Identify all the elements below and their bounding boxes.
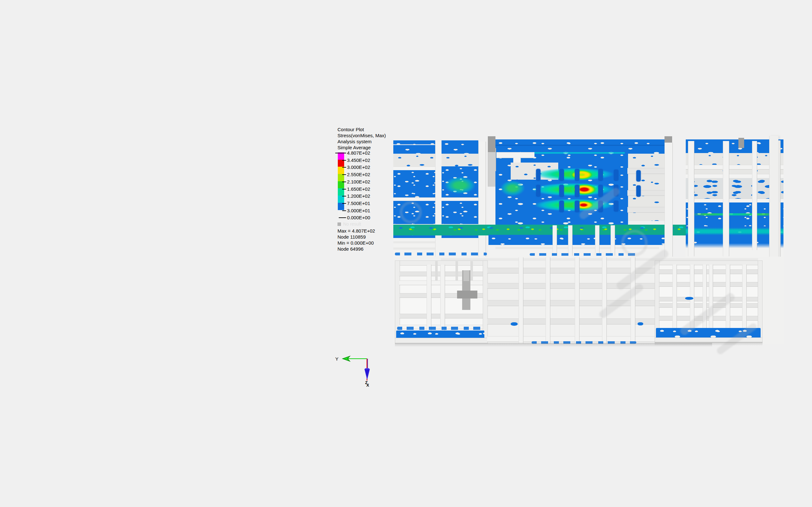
contour-specks: [685, 297, 693, 300]
contour-band: [442, 201, 478, 224]
frame-post: [752, 141, 757, 250]
colorbar-tick: [342, 203, 346, 204]
contour-band: [393, 154, 435, 167]
colorbar-value: 3.000E+02: [347, 164, 370, 170]
frame-rail: [393, 241, 435, 243]
frame-post: [688, 141, 694, 257]
stiffener: [575, 185, 579, 197]
min-value: Min = 0.000E+00: [338, 240, 375, 246]
colorbar-tick: [342, 174, 346, 175]
no-result-label: No result: [343, 222, 361, 227]
post-cap: [739, 138, 744, 148]
stiffener: [536, 169, 541, 181]
stiffener: [559, 169, 564, 181]
frame-rail: [627, 190, 669, 196]
no-result-row: No result: [338, 222, 361, 227]
contour-specks: [638, 322, 643, 326]
colorbar-tick: [342, 210, 346, 211]
contour-specks: [395, 252, 487, 256]
legend-stats: Max = 4.807E+02 Node 110859 Min = 0.000E…: [338, 228, 375, 252]
stress-hotspot: [570, 183, 599, 196]
colorbar-value: 3.450E+02: [347, 157, 370, 163]
axis-triad: Y Z X: [335, 353, 376, 390]
frame-post: [611, 225, 615, 256]
frame-post: [723, 141, 729, 257]
colorbar-value: 1.650E+02: [347, 186, 370, 192]
contour-band: [686, 237, 783, 248]
colorbar-value: 2.100E+02: [347, 179, 370, 185]
max-value: Max = 4.807E+02: [338, 228, 375, 234]
legend-title: Contour Plot: [338, 126, 410, 132]
colorbar-segment: [338, 210, 344, 217]
no-result-swatch: [338, 222, 341, 226]
colorbar-segment: [338, 203, 344, 210]
bracket: [463, 270, 469, 281]
contour-band: [686, 139, 783, 155]
colorbar-tick: [342, 160, 346, 161]
colorbar-segment: [338, 160, 344, 167]
y-axis-label: Y: [335, 356, 339, 361]
colorbar-value: 0.000E+00: [347, 215, 370, 221]
colorbar-value: 3.000E+01: [347, 208, 370, 214]
colorbar-tick: [342, 196, 346, 196]
stiffener: [614, 170, 618, 181]
contour-band: [393, 170, 435, 198]
colorbar-segment: [338, 188, 344, 195]
contour-band: [442, 154, 478, 166]
x-axis-label: X: [366, 383, 369, 388]
contour-specks: [397, 327, 483, 330]
contour-streak: [692, 213, 777, 216]
colorbar-value: 1.200E+02: [347, 193, 370, 199]
colorbar-tick: [342, 181, 346, 182]
stiffener: [559, 185, 564, 197]
contour-band: [442, 140, 478, 154]
stiffener: [575, 169, 579, 181]
frame-rail: [487, 300, 655, 306]
colorbar-segment: [338, 181, 344, 188]
stress-streak: [442, 175, 478, 195]
colorbar-segment: [338, 174, 344, 181]
watermark: [400, 201, 422, 223]
bracket: [457, 291, 477, 298]
frame-rail: [487, 268, 655, 274]
colorbar-tick: [339, 217, 346, 218]
colorbar-value: 4.807E+02: [347, 150, 370, 156]
frame-post: [435, 261, 438, 281]
post-cap: [488, 136, 496, 152]
frame-post: [519, 257, 523, 343]
contour-band: [686, 153, 783, 174]
contour-streak: [393, 144, 435, 145]
frame-post: [595, 225, 600, 256]
colorbar-tick: [335, 153, 346, 153]
stiffener: [636, 185, 641, 197]
frame-post: [470, 261, 473, 281]
frame-post: [553, 225, 557, 256]
stiffener: [598, 169, 603, 181]
stress-streak: [498, 179, 527, 198]
contour-band: [686, 226, 783, 237]
colorbar-tick: [342, 167, 346, 168]
hyperview-viewport: Contour Plot Stress(vonMises, Max) Analy…: [0, 0, 812, 507]
frame-post: [568, 225, 572, 256]
stiffener: [636, 170, 641, 181]
colorbar-value: 2.550E+02: [347, 171, 370, 177]
colorbar-segment: [338, 167, 344, 174]
min-node: Node 64996: [338, 246, 375, 252]
shadow: [655, 342, 763, 346]
stiffener: [598, 185, 603, 197]
frame-rail: [393, 247, 435, 250]
frame-post: [602, 257, 607, 343]
contour-specks: [530, 253, 638, 256]
max-node: Node 110859: [338, 234, 375, 240]
stiffener: [614, 201, 618, 212]
colorbar-segment: [338, 153, 344, 160]
fea-model[interactable]: [393, 135, 784, 348]
colorbar-segments: [338, 153, 344, 217]
contour-streak: [496, 145, 666, 146]
stiffener: [575, 201, 579, 212]
frame-rail: [686, 165, 783, 170]
gray-post: [488, 148, 496, 187]
frame-rail: [627, 168, 669, 174]
frame-post: [546, 257, 550, 343]
frame-post: [575, 257, 579, 343]
